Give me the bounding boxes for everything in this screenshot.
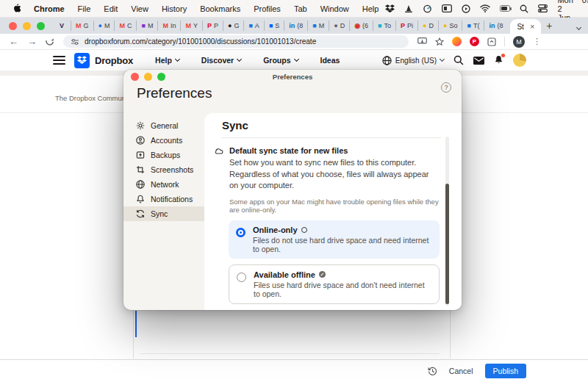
play-circle-icon[interactable]	[462, 4, 470, 13]
sidebar-item-general[interactable]: General	[123, 118, 204, 133]
pinned-tab[interactable]: ● D	[329, 21, 349, 31]
close-tab-icon[interactable]: ×	[530, 23, 534, 31]
menubar-menu-item[interactable]: File	[71, 4, 98, 13]
help-button[interactable]: ?	[441, 82, 451, 93]
bell-icon	[136, 195, 145, 203]
app-swirl-icon[interactable]	[423, 4, 432, 13]
control-center-icon[interactable]	[538, 4, 548, 12]
address-bar[interactable]: dropboxforum.com/category/101001000/disc…	[63, 35, 409, 48]
new-tab-button[interactable]: +	[541, 18, 557, 34]
search-icon[interactable]	[453, 55, 464, 65]
menubar-menu-item[interactable]: Profiles	[247, 4, 287, 13]
pinned-tab[interactable]: M In	[157, 21, 180, 31]
nav-help[interactable]: Help	[155, 56, 179, 65]
pinterest-extension-icon[interactable]: P	[470, 37, 479, 46]
reload-button[interactable]	[46, 37, 54, 46]
sidebar-item-network[interactable]: Network	[123, 177, 204, 192]
option-online-only[interactable]: Online-only Files do not use hard drive …	[229, 220, 440, 259]
send-to-device-icon[interactable]	[417, 37, 427, 46]
messages-icon[interactable]	[473, 57, 484, 65]
menubar-menu-item[interactable]: Help	[356, 4, 386, 13]
menubar-app-name[interactable]: Chrome	[27, 4, 71, 13]
pinned-tab[interactable]: ■ M	[136, 21, 157, 31]
publish-button[interactable]: Publish	[485, 364, 526, 378]
pinned-tab[interactable]: ■ A	[243, 21, 263, 31]
nav-ideas[interactable]: Ideas	[320, 56, 340, 65]
user-avatar[interactable]	[513, 54, 526, 67]
pinned-tab[interactable]: in (8	[284, 21, 307, 31]
tab-overflow-chevron-icon[interactable]	[577, 19, 581, 32]
pinned-tab[interactable]: M C	[114, 21, 136, 31]
tab-favicon: M	[76, 23, 82, 29]
minimize-window-button[interactable]	[23, 22, 31, 30]
pinned-tab[interactable]: ■ M	[307, 21, 329, 31]
pinned-tab[interactable]: V	[55, 21, 71, 31]
pinned-tab[interactable]: P Pi	[395, 21, 417, 31]
language-selector[interactable]: English (US)	[382, 56, 444, 65]
active-tab[interactable]: St ×	[510, 19, 541, 34]
chrome-menu-icon[interactable]: ⋮	[533, 37, 541, 46]
radio-unselected[interactable]	[237, 273, 246, 282]
pinned-tab[interactable]: ● D	[417, 21, 438, 31]
pinned-tab[interactable]: M Y	[180, 21, 202, 31]
forward-button[interactable]: →	[27, 37, 37, 46]
sidebar-item-sync[interactable]: Sync	[123, 206, 204, 221]
tab-favicon: M	[162, 23, 168, 29]
tab-title: G	[84, 22, 89, 29]
pinned-tab[interactable]: ■ To	[373, 21, 395, 31]
nav-discover[interactable]: Discover	[201, 56, 241, 65]
sidebar-item-backups[interactable]: Backups	[123, 148, 204, 162]
site-settings-icon[interactable]	[71, 38, 79, 46]
hamburger-menu-icon[interactable]	[53, 56, 65, 65]
pinned-tab[interactable]: ■ T(	[462, 21, 484, 31]
cone-app-icon[interactable]	[404, 4, 413, 13]
spotlight-search-icon[interactable]	[520, 4, 528, 13]
option-available-offline[interactable]: Available offline ✓ Files use hard drive…	[229, 264, 440, 304]
sidebar-item-screenshots[interactable]: Screenshots	[123, 162, 204, 177]
dropbox-wordmark[interactable]: Dropbox	[95, 55, 133, 66]
back-button[interactable]: ←	[9, 37, 18, 46]
extension-icon[interactable]	[452, 37, 462, 46]
menubar-menu-item[interactable]: Bookmarks	[193, 4, 247, 13]
pinned-tab[interactable]: ■ S	[264, 21, 284, 31]
pinned-tab[interactable]: M G	[71, 21, 93, 31]
dropbox-logo-icon[interactable]	[74, 53, 90, 68]
tab-favicon: P	[207, 23, 212, 29]
menubar-menu-item[interactable]: Edit	[97, 4, 124, 13]
bookmark-star-icon[interactable]	[435, 37, 444, 46]
pinned-tab[interactable]: ● G	[223, 21, 243, 31]
minimize-dialog-button[interactable]	[144, 73, 152, 81]
menubar-menu-item[interactable]: Window	[314, 4, 356, 13]
pinned-tab[interactable]: P P	[202, 21, 223, 31]
notifications-bell-icon[interactable]	[494, 55, 503, 65]
pinned-tab[interactable]: ● So	[438, 21, 462, 31]
extensions-menu-icon[interactable]	[487, 37, 496, 46]
close-dialog-button[interactable]	[131, 73, 139, 81]
menubar-menu-item[interactable]: Tab	[287, 4, 314, 13]
wifi-icon[interactable]	[480, 4, 490, 12]
sidebar-item-notifications[interactable]: Notifications	[123, 192, 204, 206]
radio-selected[interactable]	[236, 228, 245, 237]
dialog-titlebar[interactable]: Preferences	[123, 70, 462, 83]
pinned-tab[interactable]: ◉ (6	[349, 21, 373, 31]
nav-groups[interactable]: Groups	[263, 56, 298, 65]
window-manager-icon[interactable]	[442, 4, 452, 12]
battery-icon[interactable]	[500, 5, 510, 12]
menubar-menu-item[interactable]: View	[124, 4, 155, 13]
chrome-profile-avatar[interactable]: M	[513, 36, 525, 48]
menubar-menu-item[interactable]: History	[155, 4, 193, 13]
tab-favicon: ■	[248, 23, 252, 29]
pinned-tab[interactable]: in (8	[484, 21, 507, 31]
tab-favicon: V	[60, 23, 64, 29]
pinned-tab[interactable]: ● M	[93, 21, 115, 31]
scrollbar-thumb[interactable]	[445, 184, 449, 304]
tab-favicon: ■	[141, 23, 145, 29]
zoom-dialog-button[interactable]	[157, 73, 165, 81]
sidebar-item-accounts[interactable]: Accounts	[123, 133, 204, 148]
zoom-window-button[interactable]	[37, 22, 45, 30]
revision-history-icon[interactable]	[428, 367, 437, 376]
close-window-button[interactable]	[9, 22, 17, 30]
apple-icon[interactable]	[13, 4, 21, 13]
dropbox-status-icon[interactable]	[385, 4, 395, 13]
cancel-button[interactable]: Cancel	[449, 367, 473, 375]
